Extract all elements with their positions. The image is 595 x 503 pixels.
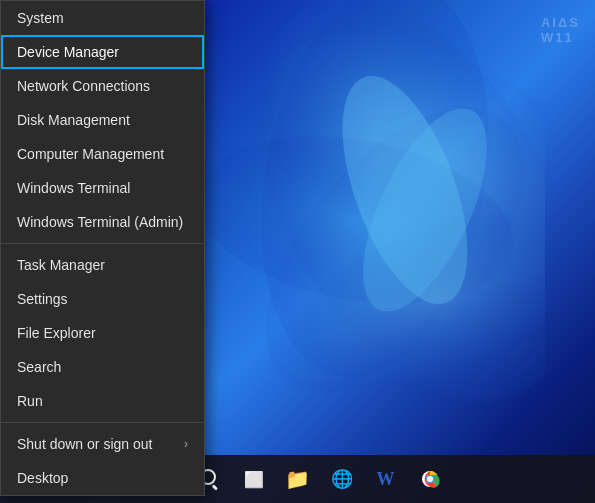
edge-icon: 🌐 — [331, 468, 353, 490]
menu-item-label-network-connections: Network Connections — [17, 78, 150, 94]
menu-item-windows-terminal[interactable]: Windows Terminal — [1, 171, 204, 205]
menu-item-label-windows-terminal: Windows Terminal — [17, 180, 130, 196]
taskbar-word-button[interactable]: W — [366, 459, 406, 499]
watermark: AIΔS W11 — [541, 15, 580, 45]
menu-item-label-file-explorer: File Explorer — [17, 325, 96, 341]
menu-item-network-connections[interactable]: Network Connections — [1, 69, 204, 103]
word-icon: W — [377, 469, 395, 490]
menu-item-label-disk-management: Disk Management — [17, 112, 130, 128]
menu-item-search[interactable]: Search — [1, 350, 204, 384]
menu-item-system[interactable]: System — [1, 1, 204, 35]
chrome-icon — [419, 468, 441, 490]
menu-item-label-settings: Settings — [17, 291, 68, 307]
menu-item-label-task-manager: Task Manager — [17, 257, 105, 273]
menu-item-desktop[interactable]: Desktop — [1, 461, 204, 495]
menu-item-label-system: System — [17, 10, 64, 26]
menu-item-label-search: Search — [17, 359, 61, 375]
wallpaper-bloom — [195, 0, 545, 460]
taskview-icon: ⬜ — [244, 470, 264, 489]
menu-divider — [1, 243, 204, 244]
menu-item-label-run: Run — [17, 393, 43, 409]
menu-item-disk-management[interactable]: Disk Management — [1, 103, 204, 137]
menu-item-settings[interactable]: Settings — [1, 282, 204, 316]
menu-item-run[interactable]: Run — [1, 384, 204, 418]
menu-item-computer-management[interactable]: Computer Management — [1, 137, 204, 171]
menu-item-shut-down[interactable]: Shut down or sign out› — [1, 427, 204, 461]
submenu-arrow-icon: › — [184, 437, 188, 451]
menu-item-task-manager[interactable]: Task Manager — [1, 248, 204, 282]
menu-item-file-explorer[interactable]: File Explorer — [1, 316, 204, 350]
menu-item-label-computer-management: Computer Management — [17, 146, 164, 162]
taskbar-chrome-button[interactable] — [410, 459, 450, 499]
context-menu: SystemDevice ManagerNetwork ConnectionsD… — [0, 0, 205, 496]
taskbar-fileexplorer-button[interactable]: 📁 — [278, 459, 318, 499]
menu-item-windows-terminal-admin[interactable]: Windows Terminal (Admin) — [1, 205, 204, 239]
folder-icon: 📁 — [285, 467, 310, 491]
menu-divider — [1, 422, 204, 423]
menu-item-label-windows-terminal-admin: Windows Terminal (Admin) — [17, 214, 183, 230]
menu-item-label-desktop: Desktop — [17, 470, 68, 486]
menu-item-label-device-manager: Device Manager — [17, 44, 119, 60]
menu-item-label-shut-down: Shut down or sign out — [17, 436, 152, 452]
taskbar-taskview-button[interactable]: ⬜ — [234, 459, 274, 499]
menu-item-device-manager[interactable]: Device Manager — [1, 35, 204, 69]
taskbar-edge-button[interactable]: 🌐 — [322, 459, 362, 499]
svg-point-9 — [427, 476, 433, 482]
